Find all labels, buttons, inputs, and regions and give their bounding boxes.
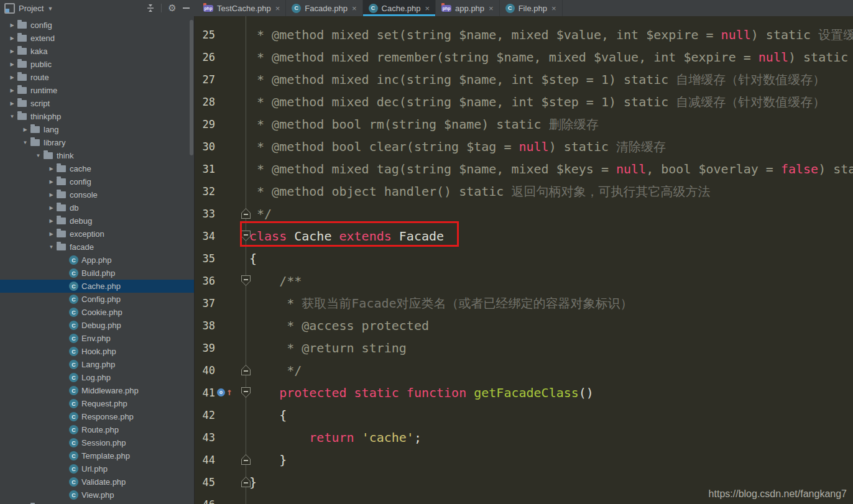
tree-item-debug[interactable]: ▶debug [0, 214, 194, 227]
tree-item-facade[interactable]: ▼facade [0, 241, 194, 254]
code-text[interactable]: */ [249, 359, 302, 382]
tree-toggle-arrow[interactable]: ▶ [9, 75, 16, 80]
override-method-icon[interactable]: o [217, 388, 225, 396]
tree-toggle-arrow[interactable]: ▼ [48, 244, 55, 250]
class-file-icon: C [69, 295, 78, 304]
tree-item-script[interactable]: ▶script [0, 97, 194, 110]
close-tab-icon[interactable]: × [352, 4, 357, 12]
code-text[interactable]: * @method mixed inc(string $name, int $s… [249, 68, 825, 91]
tree-item-label: Env.php [81, 334, 111, 343]
code-text[interactable]: * @method bool clear(string $tag = null)… [249, 135, 666, 158]
tree-item-cache[interactable]: ▶cache [0, 162, 194, 175]
tree-toggle-arrow[interactable]: ▶ [9, 48, 16, 54]
tree-toggle-arrow[interactable]: ▶ [9, 22, 16, 28]
tree-toggle-arrow[interactable]: ▶ [9, 101, 16, 106]
tree-toggle-arrow[interactable]: ▶ [9, 62, 16, 67]
tree-item-Route.php[interactable]: CRoute.php [0, 423, 194, 436]
tree-item-Template.php[interactable]: CTemplate.php [0, 449, 194, 462]
code-text[interactable]: * 获取当前Facade对应类名（或者已经绑定的容器对象标识） [249, 292, 633, 314]
tree-item-Middleware.php[interactable]: CMiddleware.php [0, 384, 194, 397]
close-tab-icon[interactable]: × [551, 4, 556, 12]
code-text[interactable]: * @return string [249, 337, 407, 359]
class-file-icon: C [69, 399, 78, 408]
tree-item-lang[interactable]: ▶lang [0, 123, 194, 136]
close-tab-icon[interactable]: × [489, 4, 494, 12]
tree-toggle-arrow[interactable]: ▶ [48, 205, 55, 211]
project-panel-title[interactable]: Project [19, 4, 44, 13]
tree-item-Log.php[interactable]: CLog.php [0, 371, 194, 384]
code-text[interactable]: * @method mixed remember(string $name, m… [249, 46, 848, 68]
tree-item-Session.php[interactable]: CSession.php [0, 436, 194, 449]
tab-app.php[interactable]: phpapp.php× [436, 0, 500, 16]
tree-toggle-arrow[interactable]: ▼ [22, 140, 29, 145]
tree-toggle-arrow[interactable]: ▶ [48, 231, 55, 237]
tree-item-extend[interactable]: ▶extend [0, 32, 194, 45]
close-tab-icon[interactable]: × [275, 4, 280, 12]
tree-toggle-arrow[interactable]: ▶ [48, 179, 55, 185]
tree-toggle-arrow[interactable]: ▼ [35, 153, 42, 158]
tree-toggle-arrow[interactable]: ▶ [48, 192, 55, 198]
tree-item-Lang.php[interactable]: CLang.php [0, 358, 194, 371]
code-text[interactable]: return 'cache'; [249, 426, 422, 449]
code-text[interactable]: * @method mixed tag(string $name, mixed … [249, 158, 853, 180]
tree-item-exception[interactable]: ▶exception [0, 227, 194, 241]
tree-item-console[interactable]: ▶console [0, 188, 194, 201]
code-text[interactable]: * @method mixed dec(string $name, int $s… [249, 91, 825, 113]
tree-item-Validate.php[interactable]: CValidate.php [0, 475, 194, 488]
tree-item-Debug.php[interactable]: CDebug.php [0, 319, 194, 332]
tree-item-partial[interactable]: ▶ [0, 502, 194, 504]
tree-item-Env.php[interactable]: CEnv.php [0, 332, 194, 345]
tree-item-label: Debug.php [81, 321, 121, 330]
tree-toggle-arrow[interactable]: ▶ [48, 218, 55, 224]
tab-TestCache.php[interactable]: phpTestCache.php× [198, 0, 286, 16]
tree-item-Hook.php[interactable]: CHook.php [0, 345, 194, 358]
tree-toggle-arrow[interactable]: ▼ [9, 114, 16, 119]
tree-item-Config.php[interactable]: CConfig.php [0, 293, 194, 306]
settings-gear-icon[interactable]: ⚙ [167, 3, 177, 13]
tree-item-thinkphp[interactable]: ▼thinkphp [0, 110, 194, 123]
code-text[interactable]: protected static function getFacadeClass… [249, 382, 594, 404]
tab-Facade.php[interactable]: CFacade.php× [286, 0, 362, 16]
tree-item-runtime[interactable]: ▶runtime [0, 84, 194, 97]
tab-Cache.php[interactable]: CCache.php× [363, 0, 436, 16]
collapse-all-icon[interactable] [145, 3, 155, 13]
code-text[interactable]: * @access protected [249, 314, 429, 337]
code-text[interactable]: * @method mixed set(string $name, mixed … [249, 24, 853, 46]
tree-item-Request.php[interactable]: CRequest.php [0, 397, 194, 410]
code-editor[interactable]: 25 * @method mixed set(string $name, mix… [195, 16, 853, 504]
tree-item-library[interactable]: ▼library [0, 136, 194, 149]
tree-item-public[interactable]: ▶public [0, 58, 194, 71]
tree-item-config[interactable]: ▶config [0, 19, 194, 32]
code-text[interactable]: { [249, 247, 257, 270]
tree-item-View.php[interactable]: CView.php [0, 488, 194, 502]
tree-toggle-arrow[interactable]: ▶ [48, 166, 55, 172]
editor-line-38: 38 * @access protected [195, 314, 853, 337]
chevron-down-icon[interactable]: ▼ [47, 5, 53, 12]
tree-toggle-arrow[interactable]: ▶ [22, 127, 29, 132]
tree-item-think[interactable]: ▼think [0, 149, 194, 162]
tree-item-Url.php[interactable]: CUrl.php [0, 462, 194, 475]
code-text[interactable]: } [249, 449, 287, 471]
tree-item-config[interactable]: ▶config [0, 175, 194, 188]
code-text[interactable]: * @method object handler() static 返回句柄对象… [249, 180, 710, 203]
tree-item-Cache.php[interactable]: CCache.php [0, 280, 194, 293]
tree-item-App.php[interactable]: CApp.php [0, 254, 194, 267]
tab-File.php[interactable]: CFile.php× [500, 0, 563, 16]
editor-line-39: 39 * @return string [195, 337, 853, 359]
tree-toggle-arrow[interactable]: ▶ [9, 35, 16, 41]
code-text[interactable]: { [249, 404, 287, 426]
tree-item-Response.php[interactable]: CResponse.php [0, 410, 194, 423]
tree-item-Build.php[interactable]: CBuild.php [0, 267, 194, 280]
hide-panel-icon[interactable] [181, 3, 191, 13]
tree-item-db[interactable]: ▶db [0, 201, 194, 214]
tree-scrollbar-thumb[interactable] [190, 20, 193, 155]
tree-item-kaka[interactable]: ▶kaka [0, 45, 194, 58]
tree-item-route[interactable]: ▶route [0, 71, 194, 84]
editor-line-29: 29 * @method bool rm(string $name) stati… [195, 113, 853, 135]
tree-item-Cookie.php[interactable]: CCookie.php [0, 306, 194, 319]
code-text[interactable]: /** [249, 270, 302, 292]
tree-toggle-arrow[interactable]: ▶ [9, 88, 16, 93]
code-text[interactable]: * @method bool rm(string $name) static 删… [249, 113, 599, 135]
code-text[interactable]: } [249, 471, 257, 493]
close-tab-icon[interactable]: × [425, 4, 430, 12]
